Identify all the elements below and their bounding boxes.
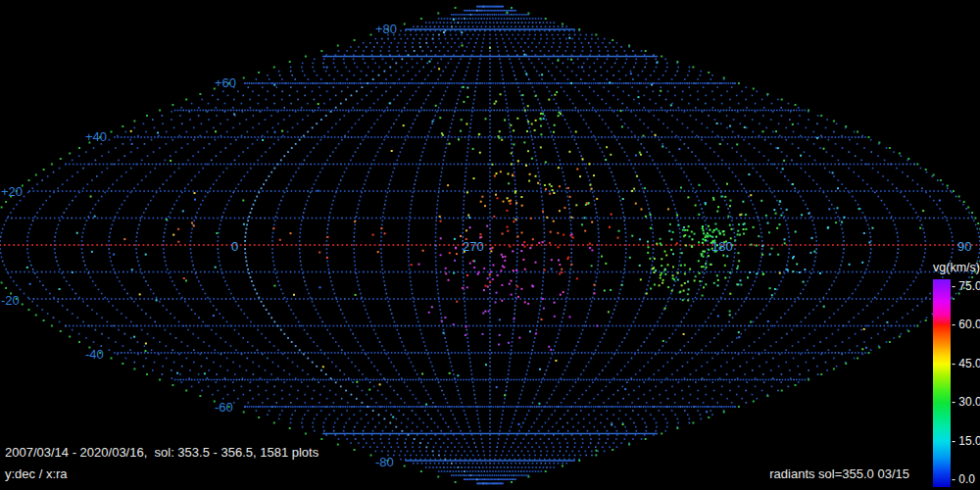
ra-label-90: 90 — [957, 240, 971, 254]
colorbar-tick-30.0: - 30.0 — [952, 396, 980, 409]
dec-label-+60: +60 — [215, 76, 236, 90]
vg-colorbar — [933, 279, 951, 487]
ra-label-0: 0 — [231, 240, 238, 254]
dec-label-+20: +20 — [1, 185, 23, 199]
footer-date-range: 2007/03/14 - 2020/03/16, sol: 353.5 - 35… — [5, 445, 318, 460]
ra-label-270: 270 — [463, 240, 484, 254]
colorbar-tick-value: 45.0 — [958, 357, 980, 370]
dec-label--80: -80 — [375, 456, 394, 469]
colorbar-tick-value: 0.0 — [958, 472, 975, 486]
colorbar-tick-value: 15.0 — [958, 434, 980, 448]
colorbar-tick-0.0: - 0.0 — [952, 473, 975, 486]
radiant-map-window: +80+60+40+20-20-40-60-80027018090- 75.0-… — [0, 0, 980, 490]
colorbar-tick-75.0: - 75.0 — [952, 280, 980, 293]
colorbar-tick-value: 30.0 — [958, 395, 980, 409]
ra-label-180: 180 — [711, 240, 733, 254]
dec-label-+40: +40 — [85, 130, 107, 144]
colorbar-tick-value: 75.0 — [958, 279, 980, 293]
dec-label--60: -60 — [215, 401, 233, 415]
colorbar-tick-value: 60.0 — [958, 318, 980, 331]
colorbar-title: vg(km/s) — [933, 261, 980, 274]
dec-label-+80: +80 — [375, 23, 397, 36]
dec-label--40: -40 — [85, 348, 104, 362]
sky-map-canvas[interactable] — [0, 0, 980, 490]
colorbar-tick-60.0: - 60.0 — [952, 318, 980, 331]
footer-axes-caption: y:dec / x:ra — [5, 466, 68, 481]
footer-radiants-sol: radiants sol=355.0 03/15 — [769, 466, 909, 481]
dec-label--20: -20 — [1, 294, 20, 308]
colorbar-tick-15.0: - 15.0 — [952, 435, 980, 448]
vg-colorbar-gradient — [933, 279, 951, 487]
meteor-radiant-dots[interactable] — [26, 12, 941, 452]
celestial-equator-line — [0, 244, 977, 246]
colorbar-tick-45.0: - 45.0 — [952, 358, 980, 370]
